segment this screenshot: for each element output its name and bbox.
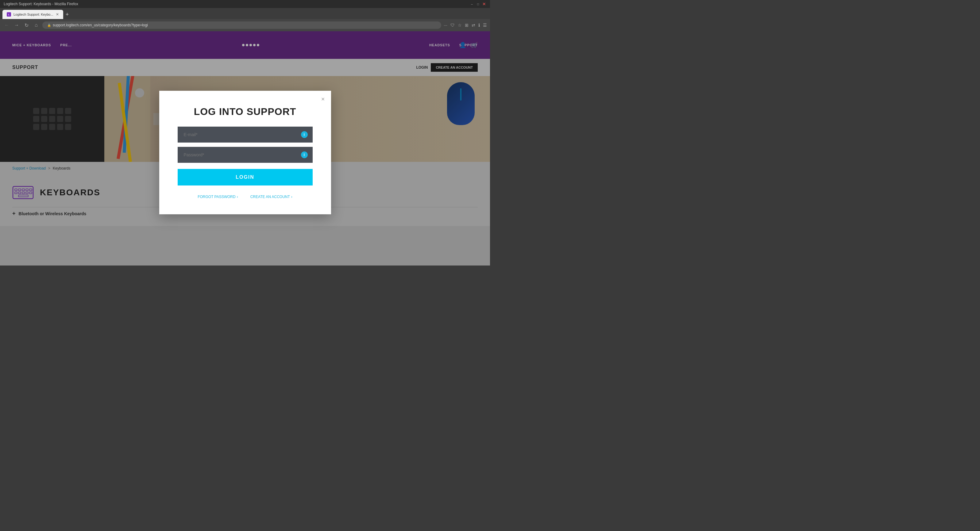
maximize-button[interactable]: □ <box>476 2 480 6</box>
address-bar: ← → ↻ ⌂ 🔒 support.logitech.com/en_us/cat… <box>0 19 490 31</box>
bookmarks-sidebar-icon[interactable]: ⊞ <box>465 23 469 28</box>
email-form-group: i <box>178 127 313 143</box>
password-input-wrapper: i <box>178 147 313 163</box>
browser-chrome: Logitech Support: Keyboards - Mozilla Fi… <box>0 0 490 31</box>
password-input[interactable] <box>178 147 313 163</box>
forward-button[interactable]: → <box>13 21 20 29</box>
modal-close-button[interactable]: × <box>321 96 325 103</box>
window-controls: – □ ✕ <box>470 2 486 6</box>
home-button[interactable]: ⌂ <box>32 21 40 29</box>
password-form-group: i <box>178 147 313 163</box>
tab-close-button[interactable]: ✕ <box>56 12 59 17</box>
login-modal: × LOG INTO SUPPORT i i LOGIN <box>159 91 331 214</box>
page-title: Logitech Support: Keyboards - Mozilla Fi… <box>4 2 78 6</box>
minimize-button[interactable]: – <box>470 2 474 6</box>
email-input-wrapper: i <box>178 127 313 143</box>
email-input[interactable] <box>178 127 313 143</box>
active-tab[interactable]: L Logitech Support: Keybo... ✕ <box>2 10 63 19</box>
lock-icon: 🔒 <box>47 24 51 27</box>
page-background: MICE + KEYBOARDS PRE... HEADSETS SUPPORT… <box>0 31 490 265</box>
bookmark-icon[interactable]: ☆ <box>458 23 462 28</box>
modal-title: LOG INTO SUPPORT <box>178 106 313 117</box>
chevron-right-icon-2: › <box>291 195 293 199</box>
modal-overlay: × LOG INTO SUPPORT i i LOGIN <box>0 31 490 265</box>
menu-icon[interactable]: ☰ <box>483 23 487 28</box>
info-icon[interactable]: ℹ <box>478 23 480 28</box>
title-bar: Logitech Support: Keyboards - Mozilla Fi… <box>0 0 490 8</box>
chevron-right-icon: › <box>237 195 238 199</box>
close-button[interactable]: ✕ <box>482 2 486 6</box>
back-button[interactable]: ← <box>3 21 10 29</box>
toolbar-icons: ··· 🛡 ☆ ⊞ ⇄ ℹ ☰ <box>444 23 487 28</box>
tab-label: Logitech Support: Keybo... <box>13 13 53 16</box>
url-bar[interactable]: 🔒 support.logitech.com/en_us/category/ke… <box>42 21 441 29</box>
modal-links: FORGOT PASSWORD › CREATE AN ACCOUNT › <box>178 195 313 199</box>
tab-bar: L Logitech Support: Keybo... ✕ + <box>0 8 490 19</box>
forgot-password-link[interactable]: FORGOT PASSWORD › <box>197 195 238 199</box>
shield-icon[interactable]: 🛡 <box>450 23 455 28</box>
login-button[interactable]: LOGIN <box>178 169 313 185</box>
create-account-modal-link[interactable]: CREATE AN ACCOUNT › <box>250 195 293 199</box>
refresh-button[interactable]: ↻ <box>23 21 30 29</box>
tab-favicon: L <box>7 12 11 17</box>
new-tab-button[interactable]: + <box>63 10 72 19</box>
sync-icon[interactable]: ⇄ <box>472 23 475 28</box>
url-text: support.logitech.com/en_us/category/keyb… <box>53 23 148 27</box>
overflow-menu-icon[interactable]: ··· <box>444 23 447 28</box>
